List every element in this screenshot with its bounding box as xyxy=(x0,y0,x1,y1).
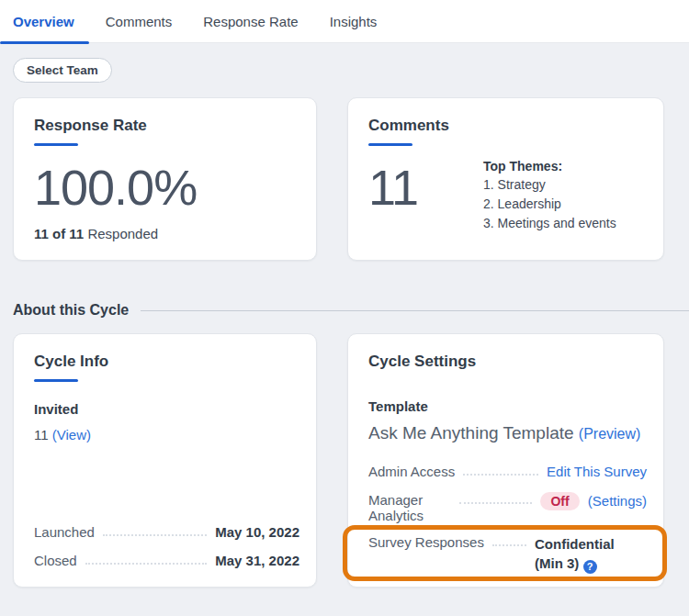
closed-label: Closed xyxy=(34,553,77,568)
invited-label: Invited xyxy=(34,401,299,417)
active-tab-underline xyxy=(0,41,89,44)
responded-count-strong: 11 of 11 xyxy=(34,226,84,241)
manager-analytics-row: Manager Analytics Off (Settings) xyxy=(368,492,647,523)
select-team-button[interactable]: Select Team xyxy=(13,58,112,83)
preview-template-link[interactable]: (Preview) xyxy=(579,426,641,442)
cycle-info-card: Cycle Info Invited 11 (View) Launched Ma… xyxy=(13,333,317,588)
template-name: Ask Me Anything Template xyxy=(368,423,574,442)
about-cycle-title: About this Cycle xyxy=(13,302,129,319)
spacer xyxy=(34,442,299,511)
edit-survey-link[interactable]: Edit This Survey xyxy=(547,464,647,479)
survey-responses-row: Survey Responses Confidential (Min 3) ? xyxy=(368,534,647,574)
tab-bar: Overview Comments Response Rate Insights xyxy=(0,0,689,43)
page-content: Select Team Response Rate 100.0% 11 of 1… xyxy=(0,43,689,588)
about-cycle-section-header: About this Cycle xyxy=(13,302,689,319)
admin-access-label: Admin Access xyxy=(368,464,455,479)
invited-value: 11 (View) xyxy=(34,427,299,442)
response-rate-title: Response Rate xyxy=(34,117,299,135)
top-themes: Top Themes: 1. Strategy 2. Leadership 3.… xyxy=(483,159,647,233)
cycle-settings-card: Cycle Settings Template Ask Me Anything … xyxy=(347,333,664,588)
comments-count: 11 xyxy=(368,161,418,233)
cycle-settings-title: Cycle Settings xyxy=(368,353,647,371)
template-label: Template xyxy=(368,398,647,414)
dotted-leader xyxy=(463,464,538,476)
response-rate-card: Response Rate 100.0% 11 of 11 Responded xyxy=(13,97,317,261)
survey-responses-label: Survey Responses xyxy=(368,534,484,550)
manager-analytics-settings-link[interactable]: (Settings) xyxy=(588,493,647,509)
responded-count-text: Responded xyxy=(84,226,158,241)
dotted-leader xyxy=(459,492,532,504)
admin-access-row: Admin Access Edit This Survey xyxy=(368,464,647,479)
tab-insights[interactable]: Insights xyxy=(330,14,378,29)
closed-value: May 31, 2022 xyxy=(215,553,299,568)
dotted-leader xyxy=(103,524,207,536)
cycle-info-title: Cycle Info xyxy=(34,353,299,371)
title-underline xyxy=(34,143,78,146)
tab-overview[interactable]: Overview xyxy=(13,14,74,29)
invited-count: 11 xyxy=(34,427,49,442)
min-responses-text: (Min 3) xyxy=(535,555,579,571)
manager-analytics-label: Manager Analytics xyxy=(368,492,451,523)
view-invited-link[interactable]: (View) xyxy=(52,427,91,442)
comments-body: 11 Top Themes: 1. Strategy 2. Leadership… xyxy=(368,146,647,233)
confidential-text: Confidential xyxy=(535,536,615,552)
comments-title: Comments xyxy=(368,117,647,135)
cycle-cards-row: Cycle Info Invited 11 (View) Launched Ma… xyxy=(13,333,664,588)
manager-analytics-status-badge: Off xyxy=(540,492,579,510)
dotted-leader xyxy=(492,534,526,546)
theme-item: 1. Strategy xyxy=(483,175,647,195)
tab-comments[interactable]: Comments xyxy=(106,14,173,29)
top-themes-title: Top Themes: xyxy=(483,159,647,174)
responded-count: 11 of 11 Responded xyxy=(34,226,299,241)
theme-item: 2. Leadership xyxy=(483,195,647,214)
comments-card: Comments 11 Top Themes: 1. Strategy 2. L… xyxy=(347,97,664,261)
response-rate-value: 100.0% xyxy=(34,161,299,215)
launched-value: May 10, 2022 xyxy=(215,524,299,540)
closed-row: Closed May 31, 2022 xyxy=(34,553,299,568)
summary-cards-row: Response Rate 100.0% 11 of 11 Responded … xyxy=(13,97,664,261)
survey-responses-value: Confidential (Min 3) ? xyxy=(535,534,647,574)
title-underline xyxy=(34,379,78,382)
launched-row: Launched May 10, 2022 xyxy=(34,524,299,540)
launched-label: Launched xyxy=(34,524,95,540)
template-line: Ask Me Anything Template (Preview) xyxy=(368,423,647,443)
dotted-leader xyxy=(85,553,208,565)
theme-item: 3. Meetings and events xyxy=(483,214,647,233)
help-icon[interactable]: ? xyxy=(583,560,597,574)
section-divider xyxy=(141,310,689,311)
tab-response-rate[interactable]: Response Rate xyxy=(203,14,298,29)
